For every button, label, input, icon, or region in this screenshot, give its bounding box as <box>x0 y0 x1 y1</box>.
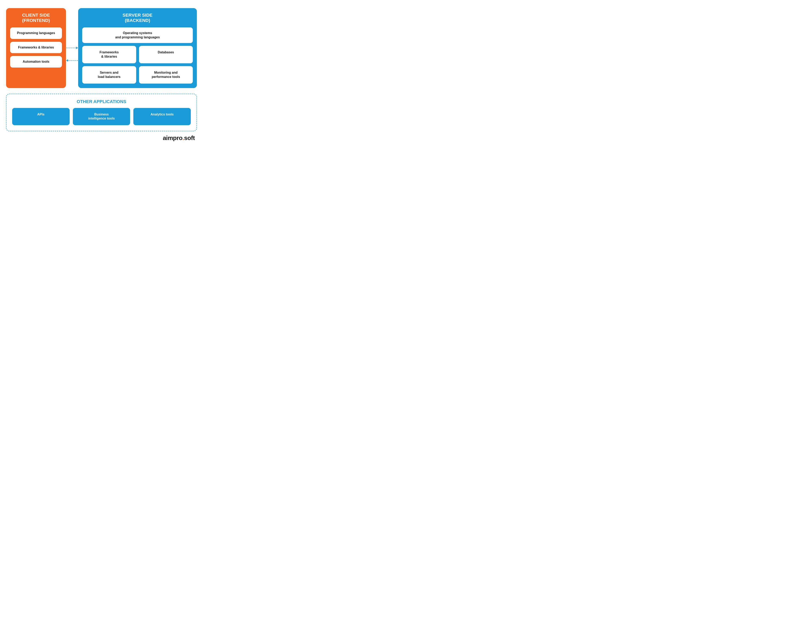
arrow-left <box>66 60 78 61</box>
other-applications-panel: OTHER APPLICATIONS APIs Business intelli… <box>6 94 197 131</box>
client-side-title: CLIENT SIDE (FRONTEND) <box>10 12 62 23</box>
business-intelligence-box: Business intelligence tools <box>73 108 130 125</box>
server-side-panel: SERVER SIDE (BACKEND) Operating systems … <box>78 8 197 88</box>
logo: aimpro.soft <box>163 134 195 142</box>
os-programming-label: Operating systems and programming langua… <box>115 31 160 39</box>
server-title-line1: SERVER SIDE <box>122 12 153 18</box>
server-side-title: SERVER SIDE (BACKEND) <box>82 12 193 23</box>
monitoring-tools-label: Monitoring and performance tools <box>152 71 180 78</box>
server-frameworks-label: Frameworks & libraries <box>100 50 119 58</box>
logo-text2: soft <box>184 134 195 141</box>
arrow-right <box>66 48 78 48</box>
servers-load-balancers-label: Servers and load balancers <box>98 71 121 78</box>
automation-tools-box: Automation tools <box>10 56 62 67</box>
server-grid: Frameworks & libraries Databases Servers… <box>82 46 193 83</box>
client-title-line1: CLIENT SIDE <box>22 12 50 18</box>
os-programming-box: Operating systems and programming langua… <box>82 27 193 43</box>
databases-box: Databases <box>139 46 193 63</box>
other-applications-title: OTHER APPLICATIONS <box>77 99 126 104</box>
client-title-line2: (FRONTEND) <box>22 18 50 23</box>
logo-text1: aimpro <box>163 134 182 141</box>
server-title-line2: (BACKEND) <box>125 18 150 23</box>
client-side-panel: CLIENT SIDE (FRONTEND) Programming langu… <box>6 8 66 88</box>
monitoring-tools-box: Monitoring and performance tools <box>139 66 193 84</box>
apis-box: APIs <box>12 108 70 125</box>
analytics-tools-box: Analytics tools <box>133 108 191 125</box>
main-diagram: CLIENT SIDE (FRONTEND) Programming langu… <box>6 8 197 131</box>
logo-row: aimpro.soft <box>6 134 197 142</box>
server-frameworks-box: Frameworks & libraries <box>82 46 136 63</box>
servers-load-balancers-box: Servers and load balancers <box>82 66 136 84</box>
arrow-area <box>66 8 78 88</box>
dashed-line-right <box>66 48 78 48</box>
dashed-line-left <box>66 60 78 61</box>
business-intelligence-label: Business intelligence tools <box>88 113 115 120</box>
frameworks-libraries-box: Frameworks & libraries <box>10 42 62 53</box>
programming-languages-box: Programming languages <box>10 27 62 39</box>
top-row: CLIENT SIDE (FRONTEND) Programming langu… <box>6 8 197 88</box>
other-boxes-row: APIs Business intelligence tools Analyti… <box>12 108 191 125</box>
logo-dot: . <box>182 134 184 141</box>
